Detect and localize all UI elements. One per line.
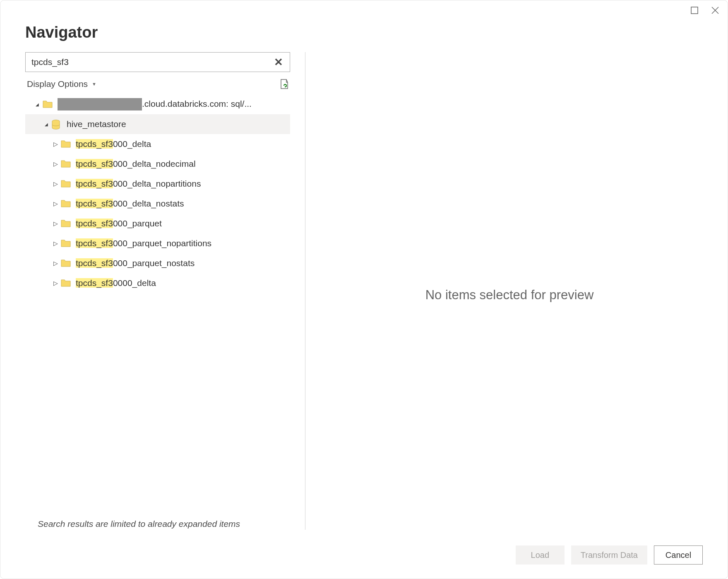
tree-node-schema[interactable]: ▷tpcds_sf30000_delta [25, 273, 290, 293]
navigator-left-pane: ✕ Display Options ▼ [25, 52, 290, 538]
tree-node-label: tpcds_sf3000_parquet_nopartitions [76, 238, 211, 248]
tree-node-label: tpcds_sf3000_delta [76, 139, 151, 149]
dialog-button-bar: Load Transform Data Cancel [0, 538, 728, 579]
folder-icon [61, 219, 71, 228]
pane-divider [305, 52, 305, 530]
titlebar [0, 0, 728, 20]
tree-root-label: .cloud.databricks.com: sql/... [58, 98, 252, 111]
tree-node-schema[interactable]: ▷tpcds_sf3000_parquet_nostats [25, 253, 290, 273]
expander-icon[interactable]: ▷ [50, 240, 61, 247]
expander-icon[interactable]: ▷ [50, 220, 61, 227]
folder-icon [61, 179, 71, 188]
expander-icon[interactable]: ◢ [32, 102, 43, 107]
maximize-button[interactable] [690, 5, 699, 15]
preview-pane: No items selected for preview [316, 52, 703, 538]
expander-icon[interactable]: ▷ [50, 200, 61, 207]
svg-rect-0 [691, 7, 698, 14]
refresh-icon[interactable] [279, 79, 288, 89]
search-box[interactable]: ✕ [25, 52, 290, 72]
navigator-dialog: Navigator ✕ Display Options ▼ [0, 0, 728, 579]
folder-icon [61, 199, 71, 208]
expander-icon[interactable]: ◢ [41, 122, 52, 127]
cancel-button[interactable]: Cancel [654, 545, 703, 565]
search-input[interactable] [31, 57, 272, 67]
expander-icon[interactable]: ▷ [50, 141, 61, 147]
tree-root-connection[interactable]: ◢ .cloud.databricks.com: sql/... [25, 94, 290, 114]
dialog-title: Navigator [25, 24, 703, 41]
tree-node-hive-metastore[interactable]: ◢ hive_metastore [25, 114, 290, 134]
chevron-down-icon: ▼ [92, 82, 96, 86]
expander-icon[interactable]: ▷ [50, 180, 61, 187]
display-options-label: Display Options [27, 79, 88, 89]
expander-icon[interactable]: ▷ [50, 161, 61, 167]
folder-icon [61, 159, 71, 168]
display-options-dropdown[interactable]: Display Options ▼ [27, 79, 96, 89]
folder-icon [61, 279, 71, 288]
tree-node-schema[interactable]: ▷tpcds_sf3000_delta_nopartitions [25, 174, 290, 194]
load-button[interactable]: Load [516, 545, 565, 565]
expander-icon[interactable]: ▷ [50, 260, 61, 267]
transform-data-button[interactable]: Transform Data [571, 545, 647, 565]
tree-node-schema[interactable]: ▷tpcds_sf3000_delta_nodecimal [25, 154, 290, 174]
folder-icon [61, 259, 71, 268]
dialog-header: Navigator [0, 20, 728, 52]
tree-node-label: tpcds_sf3000_delta_nostats [76, 199, 184, 209]
tree-node-label: tpcds_sf30000_delta [76, 278, 156, 288]
tree-node-label: tpcds_sf3000_delta_nodecimal [76, 159, 196, 169]
database-icon [52, 120, 62, 129]
close-button[interactable] [710, 5, 720, 15]
tree-node-label: tpcds_sf3000_delta_nopartitions [76, 179, 201, 189]
search-limit-note: Search results are limited to already ex… [25, 512, 290, 538]
folder-icon [61, 239, 71, 248]
tree-node-schema[interactable]: ▷tpcds_sf3000_delta_nostats [25, 194, 290, 214]
tree-node-label: tpcds_sf3000_parquet_nostats [76, 258, 195, 268]
navigator-tree[interactable]: ◢ .cloud.databricks.com: sql/... ◢ hive_… [25, 94, 290, 512]
tree-node-schema[interactable]: ▷tpcds_sf3000_parquet_nopartitions [25, 233, 290, 253]
clear-search-icon[interactable]: ✕ [272, 56, 285, 69]
expander-icon[interactable]: ▷ [50, 280, 61, 286]
folder-icon [61, 139, 71, 149]
tree-node-label: hive_metastore [67, 119, 126, 129]
redacted-hostname [58, 98, 142, 111]
tree-node-schema[interactable]: ▷tpcds_sf3000_delta [25, 134, 290, 154]
tree-node-label: tpcds_sf3000_parquet [76, 219, 162, 228]
folder-icon [43, 100, 53, 109]
preview-empty-message: No items selected for preview [425, 288, 594, 303]
tree-node-schema[interactable]: ▷tpcds_sf3000_parquet [25, 214, 290, 233]
